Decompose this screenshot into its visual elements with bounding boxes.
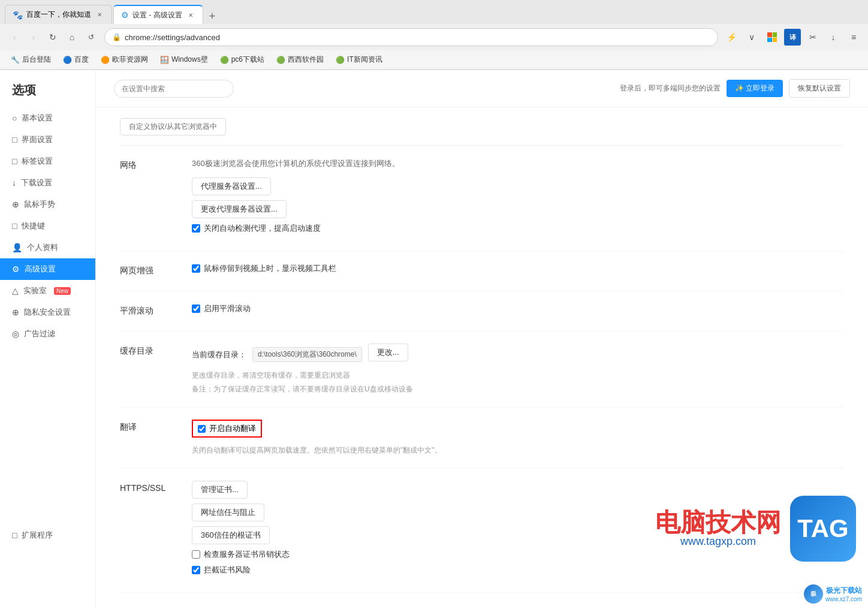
- auto-detect-proxy-checkbox[interactable]: [192, 224, 200, 233]
- cache-change-btn[interactable]: 更改...: [368, 343, 408, 361]
- translate-hint: 关闭自动翻译可以提高网页加载速度。您依然可以使用右键菜单的"翻成中文"。: [192, 445, 844, 456]
- sidebar-item-extensions[interactable]: □ 扩展程序: [0, 524, 95, 546]
- tab-settings-close[interactable]: ✕: [186, 10, 195, 20]
- bookmark-backend-icon: 🔧: [11, 56, 20, 64]
- dropdown-icon[interactable]: ∨: [743, 29, 760, 46]
- bookmark-baidu-icon: 🔵: [63, 56, 72, 64]
- smooth-scroll-label-text: 启用平滑滚动: [204, 303, 251, 314]
- tab-baidu-close[interactable]: ✕: [95, 10, 104, 20]
- tab-bar: 🐾 百度一下，你就知道 ✕ ⚙ 设置 - 高级设置 ✕ +: [0, 0, 868, 24]
- auto-translate-label: 开启自动翻译: [209, 423, 256, 434]
- sidebar-item-basic[interactable]: ○ 基本设置: [0, 107, 95, 129]
- change-proxy-btn[interactable]: 更改代理服务器设置...: [192, 200, 287, 218]
- tabs-icon: □: [12, 156, 17, 166]
- lab-icon: △: [12, 286, 19, 296]
- sidebar-item-mouse[interactable]: ⊕ 鼠标手势: [0, 194, 95, 215]
- sidebar-item-lab-label: 实验室: [23, 285, 47, 296]
- root-cert-btn[interactable]: 360信任的根证书: [192, 526, 270, 544]
- cache-label: 缓存目录: [120, 343, 192, 395]
- nav-buttons: ‹ › ↻ ⌂ ↺: [6, 29, 100, 46]
- back-button[interactable]: ‹: [6, 29, 23, 46]
- forward-button[interactable]: ›: [25, 29, 42, 46]
- bookmarks-bar: 🔧 后台登陆 🔵 百度 🟠 欧菲资源网 🪟 Windows壁 🟢 pc6下载站 …: [0, 50, 868, 70]
- sidebar-item-tabs[interactable]: □ 标签设置: [0, 150, 95, 172]
- sidebar-item-tabs-label: 标签设置: [22, 156, 53, 167]
- section-cache: 缓存目录 当前缓存目录： d:\tools\360浏览器\360chrome\ …: [120, 331, 844, 408]
- bookmark-backend[interactable]: 🔧 后台登陆: [6, 53, 56, 66]
- cert-revoke-checkbox[interactable]: [192, 550, 200, 559]
- section-translate: 翻译 开启自动翻译 关闭自动翻译可以提高网页加载速度。您依然可以使用右键菜单的"…: [120, 408, 844, 469]
- menu-icon[interactable]: ≡: [845, 29, 862, 46]
- bookmark-baidu[interactable]: 🔵 百度: [58, 53, 94, 66]
- basic-icon: ○: [12, 113, 17, 123]
- login-hint-text: 登录后，即可多端同步您的设置: [620, 83, 721, 94]
- tab-settings[interactable]: ⚙ 设置 - 高级设置 ✕: [113, 5, 203, 24]
- cache-change-label: 更改...: [377, 348, 399, 357]
- auto-detect-proxy-label: 关闭自动检测代理，提高启动速度: [204, 223, 321, 234]
- lab-new-badge: New: [54, 287, 71, 295]
- bookmark-windows-label: Windows壁: [171, 55, 208, 65]
- smooth-scroll-checkbox[interactable]: [192, 304, 200, 313]
- sidebar-item-advanced[interactable]: ⚙ 高级设置: [0, 258, 95, 280]
- adblock-icon: ◎: [12, 329, 19, 339]
- section-https: HTTPS/SSL 管理证书... 网址信任与阻止 360: [120, 469, 844, 593]
- url-input[interactable]: 🔒 chrome://settings/advanced: [104, 28, 718, 46]
- translate-toolbar-icon[interactable]: 译: [784, 29, 801, 46]
- secure-icon: 🔒: [112, 33, 121, 41]
- video-toolbar-checkbox[interactable]: [192, 264, 200, 273]
- sidebar-item-profile[interactable]: 👤 个人资料: [0, 237, 95, 258]
- tab-baidu[interactable]: 🐾 百度一下，你就知道 ✕: [5, 5, 112, 24]
- sidebar-item-privacy[interactable]: ⊕ 隐私安全设置: [0, 302, 95, 323]
- bottom-watermark-name: 极光下载站: [825, 586, 862, 596]
- sidebar-item-ui[interactable]: □ 界面设置: [0, 129, 95, 150]
- tab-baidu-favicon: 🐾: [13, 10, 23, 20]
- sidebar-item-extensions-label: 扩展程序: [22, 530, 53, 541]
- smooth-scroll-row: 启用平滑滚动: [192, 303, 844, 314]
- cut-icon[interactable]: ✂: [804, 29, 821, 46]
- sidebar-item-adblock[interactable]: ◎ 广告过滤: [0, 323, 95, 345]
- extensions-icon[interactable]: ⚡: [723, 29, 740, 46]
- cert-revoke-label: 检查服务器证书吊销状态: [204, 549, 290, 560]
- restore-defaults-button[interactable]: 恢复默认设置: [789, 79, 850, 98]
- sidebar-item-download-label: 下载设置: [21, 177, 52, 188]
- new-tab-button[interactable]: +: [204, 8, 221, 24]
- url-trust-btn[interactable]: 网址信任与阻止: [192, 504, 264, 521]
- web-enhance-body: 鼠标停留到视频上时，显示视频工具栏: [192, 263, 844, 279]
- sidebar-item-shortcuts[interactable]: □ 快捷键: [0, 215, 95, 237]
- translate-highlight-box: 开启自动翻译: [192, 420, 262, 438]
- ms-icon[interactable]: [764, 29, 780, 46]
- cert-block-label: 拦截证书风险: [204, 565, 251, 575]
- restore-button[interactable]: ↺: [83, 29, 100, 46]
- partial-top-btn[interactable]: 自定义协议/从其它浏览器中: [120, 118, 226, 135]
- sidebar-item-lab[interactable]: △ 实验室 New: [0, 280, 95, 302]
- bookmark-xixi[interactable]: 🟢 西西软件园: [272, 53, 328, 66]
- bookmark-pc6-label: pc6下载站: [231, 55, 264, 65]
- toolbar-right: ⚡ ∨ 译 ✂ ↓ ≡: [723, 29, 862, 46]
- manage-cert-btn[interactable]: 管理证书...: [192, 481, 248, 499]
- sidebar-item-download[interactable]: ↓ 下载设置: [0, 172, 95, 194]
- auto-translate-checkbox[interactable]: [198, 425, 206, 433]
- bookmark-pc6[interactable]: 🟢 pc6下载站: [215, 53, 269, 66]
- cert-block-checkbox[interactable]: [192, 566, 200, 574]
- bookmark-it[interactable]: 🟢 IT新闻资讯: [331, 53, 387, 66]
- tab-settings-favicon: ⚙: [121, 10, 129, 20]
- search-input[interactable]: [114, 80, 234, 98]
- home-button[interactable]: ⌂: [64, 29, 80, 46]
- tab-settings-label: 设置 - 高级设置: [132, 10, 182, 20]
- sidebar-item-ui-label: 界面设置: [22, 134, 53, 145]
- bookmark-oufi[interactable]: 🟠 欧菲资源网: [96, 53, 153, 66]
- bookmark-oufi-icon: 🟠: [101, 56, 110, 64]
- proxy-settings-btn[interactable]: 代理服务器设置...: [192, 177, 271, 195]
- sidebar-item-shortcuts-label: 快捷键: [22, 221, 45, 231]
- header-right: 登录后，即可多端同步您的设置 ✨ 立即登录 恢复默认设置: [620, 79, 850, 98]
- bookmark-xixi-icon: 🟢: [276, 56, 285, 64]
- cache-path-value: d:\tools\360浏览器\360chrome\: [252, 347, 362, 362]
- bottom-watermark: 极 极光下载站 www.xz7.com: [804, 584, 862, 604]
- cache-body: 当前缓存目录： d:\tools\360浏览器\360chrome\ 更改...…: [192, 343, 844, 395]
- download-icon[interactable]: ↓: [825, 29, 842, 46]
- refresh-button[interactable]: ↻: [44, 29, 61, 46]
- sidebar-title: 选项: [0, 76, 95, 107]
- bookmark-windows[interactable]: 🪟 Windows壁: [155, 53, 213, 66]
- login-button[interactable]: ✨ 立即登录: [727, 80, 783, 97]
- login-btn-label: ✨ 立即登录: [735, 83, 774, 94]
